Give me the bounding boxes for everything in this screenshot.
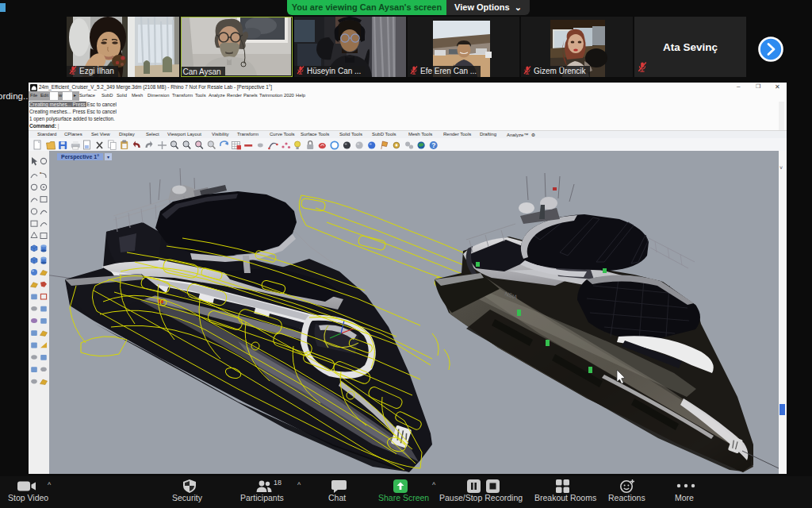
svg-text:?: ? <box>431 141 435 149</box>
